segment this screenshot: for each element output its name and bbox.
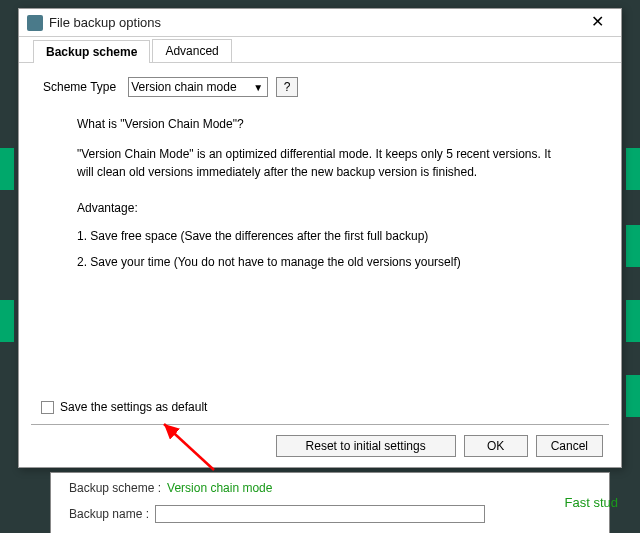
dialog-lower: Save the settings as default Reset to in…	[19, 400, 621, 467]
bg-accent	[0, 300, 14, 342]
backup-name-input[interactable]	[155, 505, 485, 523]
scheme-selected-text: Version chain mode	[131, 80, 236, 94]
desc-body: "Version Chain Mode" is an optimized dif…	[77, 145, 557, 181]
under-name-label: Backup name :	[69, 507, 149, 521]
dialog-file-backup-options: File backup options ✕ Backup scheme Adva…	[18, 8, 622, 468]
underlying-panel: Backup scheme : Version chain mode Backu…	[50, 472, 610, 533]
under-scheme-value: Version chain mode	[167, 481, 272, 495]
chevron-down-icon: ▼	[251, 82, 265, 93]
tab-row: Backup scheme Advanced	[19, 37, 621, 63]
desc-heading: What is "Version Chain Mode"?	[77, 115, 557, 133]
tab-content: Scheme Type Version chain mode ▼ ? What …	[19, 63, 621, 403]
bg-accent	[626, 225, 640, 267]
close-button[interactable]: ✕	[577, 10, 617, 36]
advantage-heading: Advantage:	[77, 199, 557, 217]
save-default-checkbox[interactable]	[41, 401, 54, 414]
advantage-list: 1. Save free space (Save the differences…	[77, 227, 557, 271]
bg-accent	[626, 300, 640, 342]
save-default-row: Save the settings as default	[41, 400, 603, 414]
under-name-row: Backup name :	[69, 505, 591, 523]
under-scheme-label: Backup scheme :	[69, 481, 161, 495]
scheme-type-label: Scheme Type	[43, 80, 116, 94]
tab-advanced[interactable]: Advanced	[152, 39, 231, 62]
scheme-type-row: Scheme Type Version chain mode ▼ ?	[43, 77, 597, 97]
bg-accent	[626, 375, 640, 417]
button-row: Reset to initial settings OK Cancel	[31, 424, 609, 457]
fast-stud-text: Fast stud	[565, 495, 618, 510]
advantage-item: 2. Save your time (You do not have to ma…	[77, 253, 557, 271]
advantage-item: 1. Save free space (Save the differences…	[77, 227, 557, 245]
tab-backup-scheme[interactable]: Backup scheme	[33, 40, 150, 63]
save-default-label: Save the settings as default	[60, 400, 207, 414]
scheme-type-select[interactable]: Version chain mode ▼	[128, 77, 268, 97]
cancel-button[interactable]: Cancel	[536, 435, 603, 457]
bg-accent	[626, 148, 640, 190]
description-area: What is "Version Chain Mode"? "Version C…	[77, 115, 557, 271]
titlebar: File backup options ✕	[19, 9, 621, 37]
scheme-help-button[interactable]: ?	[276, 77, 298, 97]
window-title: File backup options	[49, 15, 577, 30]
bg-accent	[0, 148, 14, 190]
ok-button[interactable]: OK	[464, 435, 528, 457]
reset-button[interactable]: Reset to initial settings	[276, 435, 456, 457]
under-scheme-row: Backup scheme : Version chain mode	[69, 481, 591, 495]
app-icon	[27, 15, 43, 31]
